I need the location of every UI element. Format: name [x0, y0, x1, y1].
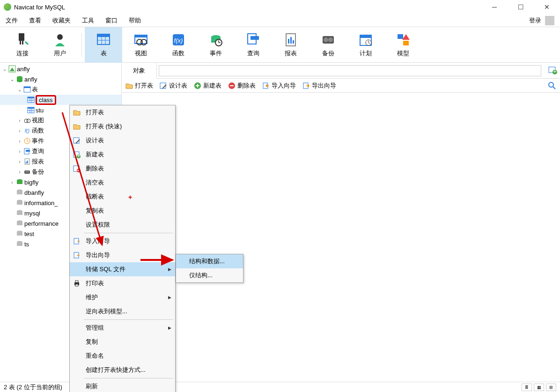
- menu-tools[interactable]: 工具: [82, 16, 94, 25]
- ctx-truncate[interactable]: 截断表: [70, 190, 175, 204]
- ctx-import[interactable]: 导入向导: [70, 234, 175, 248]
- view-list-button[interactable]: ≣: [522, 384, 532, 391]
- new-tab-button[interactable]: +: [548, 66, 557, 75]
- toolbar-plan[interactable]: 计划: [347, 27, 384, 63]
- tree-tables-node[interactable]: ⌄ 表: [0, 84, 121, 95]
- action-new-table[interactable]: 新建表: [194, 81, 221, 90]
- user-avatar-icon[interactable]: [545, 16, 554, 25]
- ctx-delete[interactable]: 删除表: [70, 162, 175, 176]
- new-icon: +: [73, 150, 81, 159]
- ctx-print[interactable]: 打印表: [70, 276, 175, 290]
- tree-label: 表: [32, 85, 38, 94]
- tab-search-area[interactable]: [159, 65, 541, 76]
- svg-rect-58: [26, 150, 30, 152]
- submenu-dump-sql: 结构和数据... 仅结构...: [176, 254, 243, 283]
- ctx-refresh[interactable]: 刷新: [70, 379, 175, 392]
- toolbar-function[interactable]: f(x) 函数: [160, 27, 197, 63]
- action-design-table[interactable]: 设计表: [160, 81, 187, 90]
- toolbar-backup[interactable]: 备份: [309, 27, 347, 63]
- ctx-copy-table[interactable]: 复制表: [70, 204, 175, 218]
- ctx-design[interactable]: 设计表: [70, 133, 175, 148]
- tree-label: 报表: [32, 157, 44, 166]
- toolbar-event[interactable]: 事件: [197, 27, 235, 63]
- action-import-wizard[interactable]: 导入向导: [262, 81, 296, 90]
- menu-favorites[interactable]: 收藏夹: [52, 16, 71, 25]
- toolbar-report-label: 报表: [285, 49, 297, 58]
- ctx-copy[interactable]: 复制: [70, 335, 175, 349]
- svg-point-63: [25, 171, 27, 173]
- ctx-dump-sql[interactable]: 转储 SQL 文件: [70, 262, 175, 276]
- ctx-permissions[interactable]: 设置权限: [70, 218, 175, 232]
- expand-icon[interactable]: ›: [17, 159, 22, 164]
- expand-icon[interactable]: ›: [17, 139, 22, 144]
- toolbar-model[interactable]: 模型: [384, 27, 422, 63]
- print-icon: [73, 279, 81, 288]
- status-count: 2 表 (2 位于当前的组): [4, 383, 62, 392]
- ctx-maintain[interactable]: 维护: [70, 290, 175, 304]
- view-grid-button[interactable]: ⊞: [546, 384, 556, 391]
- expand-icon[interactable]: ›: [17, 128, 22, 133]
- ctx-rename[interactable]: 重命名: [70, 349, 175, 363]
- expand-icon[interactable]: ›: [17, 170, 22, 175]
- function-icon: f(x): [171, 32, 186, 47]
- maximize-button[interactable]: [513, 3, 528, 11]
- menu-window[interactable]: 窗口: [105, 16, 118, 25]
- svg-rect-21: [251, 36, 259, 40]
- view-detail-button[interactable]: ▦: [534, 384, 544, 391]
- toolbar-connect[interactable]: 连接: [4, 27, 41, 63]
- ctx-label: 新建表: [86, 150, 104, 159]
- toolbar-table[interactable]: 表: [85, 27, 122, 63]
- content-area: 对象 + 打开表 设计表 新建表 删除表 导入向导 导出向导: [122, 63, 560, 382]
- menu-view[interactable]: 查看: [29, 16, 41, 25]
- ctx-open-fast[interactable]: 打开表 (快速): [70, 119, 175, 133]
- submenu-structure-data[interactable]: 结构和数据...: [176, 254, 243, 268]
- close-button[interactable]: [539, 3, 554, 11]
- ctx-label: 导入向导: [86, 237, 110, 245]
- menu-help[interactable]: 帮助: [129, 16, 141, 25]
- tree-label: mysql: [24, 210, 40, 217]
- ctx-manage-group[interactable]: 管理组: [70, 321, 175, 335]
- search-button[interactable]: [548, 81, 556, 90]
- toolbar-query[interactable]: 查询: [235, 27, 272, 63]
- collapse-icon[interactable]: ⌄: [2, 67, 7, 72]
- login-link[interactable]: 登录: [529, 16, 541, 25]
- expand-icon[interactable]: ›: [17, 149, 22, 154]
- cursor-plus-icon: +: [128, 193, 132, 201]
- new-tab-icon: +: [548, 66, 557, 75]
- ctx-shortcut[interactable]: 创建打开表快捷方式...: [70, 363, 175, 377]
- toolbar-view[interactable]: 视图: [122, 27, 160, 63]
- search-icon: [548, 81, 556, 90]
- svg-rect-5: [97, 34, 110, 37]
- expand-icon[interactable]: ›: [9, 180, 15, 185]
- object-tab[interactable]: 对象: [122, 63, 157, 79]
- ctx-empty[interactable]: 清空表: [70, 176, 175, 190]
- tree-connection[interactable]: ⌄ anfly: [0, 64, 121, 74]
- ctx-export[interactable]: 导出向导: [70, 248, 175, 262]
- menu-file[interactable]: 文件: [6, 16, 18, 25]
- ctx-new[interactable]: +新建表: [70, 148, 175, 162]
- view-node-icon: [23, 117, 31, 124]
- database-off-icon: [16, 199, 23, 207]
- expand-icon[interactable]: ›: [17, 118, 22, 123]
- svg-text:+: +: [553, 68, 557, 75]
- minimize-button[interactable]: [487, 3, 502, 11]
- toolbar-report[interactable]: 报表: [272, 27, 309, 63]
- ctx-reverse-model[interactable]: 逆向表到模型...: [70, 304, 175, 318]
- action-delete-table[interactable]: 删除表: [228, 81, 256, 90]
- tree-database[interactable]: ⌄ anfly: [0, 74, 121, 84]
- svg-point-53: [27, 119, 30, 123]
- table-icon: [27, 106, 35, 114]
- action-export-wizard[interactable]: 导出向导: [302, 81, 336, 90]
- toolbar-user[interactable]: 用户: [41, 27, 79, 63]
- submenu-structure-only[interactable]: 仅结构...: [176, 268, 243, 282]
- svg-rect-72: [17, 211, 22, 215]
- collapse-icon[interactable]: ⌄: [17, 87, 22, 92]
- tree-table-class[interactable]: class: [0, 95, 121, 105]
- svg-point-64: [27, 171, 29, 173]
- svg-point-12: [141, 39, 147, 45]
- tree-label: 备份: [32, 168, 44, 176]
- collapse-icon[interactable]: ⌄: [9, 77, 15, 82]
- action-open-table[interactable]: 打开表: [125, 81, 153, 90]
- ctx-open-table[interactable]: 打开表: [70, 105, 175, 119]
- new-icon: [194, 82, 201, 89]
